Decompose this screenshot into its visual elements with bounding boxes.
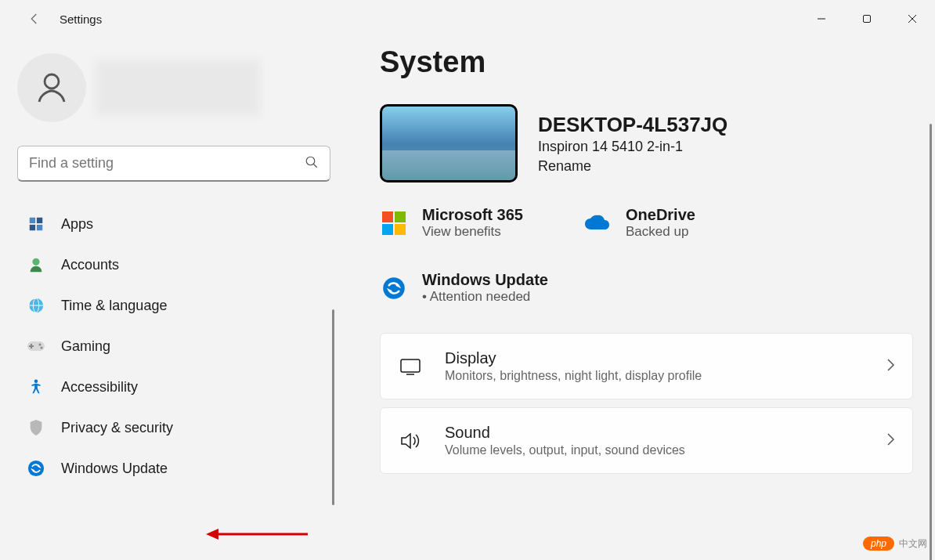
sidebar-item-label: Privacy & security: [61, 420, 173, 436]
watermark-pill: php: [863, 537, 894, 551]
main-scrollbar[interactable]: [930, 124, 932, 560]
sidebar: Apps Accounts Time & language: [0, 38, 348, 560]
status-subtitle: Attention needed: [422, 289, 548, 305]
watermark-text: 中文网: [899, 537, 927, 551]
minimize-button[interactable]: [799, 3, 844, 34]
back-button[interactable]: [19, 3, 50, 34]
close-icon: [908, 14, 917, 23]
sidebar-item-label: Accounts: [61, 257, 119, 273]
card-subtitle: Volume levels, output, input, sound devi…: [445, 443, 864, 457]
search-icon: [305, 155, 319, 172]
status-title: Windows Update: [422, 271, 548, 289]
search-container: [17, 146, 331, 182]
sidebar-item-label: Windows Update: [61, 461, 168, 477]
accessibility-icon: [27, 378, 45, 396]
nav-list: Apps Accounts Time & language: [17, 204, 331, 489]
titlebar: Settings: [0, 0, 935, 38]
svg-rect-10: [37, 225, 42, 230]
card-title: Sound: [445, 424, 864, 442]
status-title: Microsoft 365: [422, 206, 523, 224]
svg-point-11: [32, 258, 39, 266]
maximize-button[interactable]: [844, 3, 890, 34]
sidebar-item-privacy-security[interactable]: Privacy & security: [17, 407, 331, 448]
chevron-right-icon: [886, 432, 895, 450]
time-language-icon: [27, 296, 45, 315]
microsoft-logo-icon: [380, 209, 408, 237]
accounts-icon: [27, 255, 45, 274]
svg-rect-22: [401, 359, 420, 372]
display-icon: [398, 358, 423, 375]
page-title: System: [380, 45, 913, 79]
rename-link[interactable]: Rename: [538, 158, 727, 175]
update-icon: [380, 274, 408, 302]
svg-rect-7: [30, 218, 35, 223]
svg-point-21: [383, 277, 405, 299]
profile-section[interactable]: [17, 53, 331, 122]
sidebar-item-label: Accessibility: [61, 379, 138, 396]
update-icon: [27, 459, 45, 478]
back-arrow-icon: [27, 12, 42, 26]
gaming-icon: [27, 337, 45, 356]
svg-rect-8: [37, 218, 42, 223]
card-subtitle: Monitors, brightness, night light, displ…: [445, 369, 864, 383]
status-onedrive[interactable]: OneDrive Backed up: [583, 206, 740, 240]
profile-info-redacted: [96, 60, 260, 115]
svg-point-19: [34, 379, 38, 383]
sidebar-item-apps[interactable]: Apps: [17, 204, 331, 244]
device-section: DESKTOP-4L537JQ Inspiron 14 5410 2-in-1 …: [380, 104, 913, 182]
window-title: Settings: [60, 13, 102, 26]
close-button[interactable]: [890, 3, 935, 34]
search-input[interactable]: [17, 146, 330, 182]
device-wallpaper-thumbnail[interactable]: [380, 104, 518, 182]
chevron-right-icon: [886, 358, 895, 375]
settings-cards: Display Monitors, brightness, night ligh…: [380, 333, 913, 474]
svg-rect-9: [30, 225, 35, 230]
sidebar-item-accessibility[interactable]: Accessibility: [17, 367, 331, 407]
main-content: System DESKTOP-4L537JQ Inspiron 14 5410 …: [348, 38, 935, 560]
card-title: Display: [445, 349, 864, 367]
sidebar-scrollbar[interactable]: [332, 309, 334, 505]
sound-icon: [398, 432, 423, 450]
svg-point-5: [306, 157, 315, 165]
device-name: DESKTOP-4L537JQ: [538, 113, 727, 137]
status-windows-update[interactable]: Windows Update Attention needed: [380, 271, 913, 305]
card-sound[interactable]: Sound Volume levels, output, input, soun…: [380, 407, 913, 474]
person-icon: [33, 69, 70, 107]
sidebar-item-gaming[interactable]: Gaming: [17, 326, 331, 367]
status-subtitle: View benefits: [422, 224, 523, 240]
watermark: php 中文网: [863, 537, 927, 551]
sidebar-item-accounts[interactable]: Accounts: [17, 244, 331, 285]
svg-point-15: [39, 344, 42, 346]
shield-icon: [27, 418, 45, 437]
sidebar-item-label: Time & language: [61, 298, 167, 314]
status-title: OneDrive: [626, 206, 695, 224]
status-grid: Microsoft 365 View benefits OneDrive Bac…: [380, 206, 913, 305]
status-subtitle: Backed up: [626, 224, 695, 240]
sidebar-item-time-language[interactable]: Time & language: [17, 285, 331, 326]
card-display[interactable]: Display Monitors, brightness, night ligh…: [380, 333, 913, 399]
apps-icon: [27, 215, 45, 233]
sidebar-item-label: Apps: [61, 216, 93, 233]
svg-rect-1: [864, 16, 871, 23]
avatar: [17, 53, 86, 122]
onedrive-icon: [583, 209, 612, 237]
sidebar-item-windows-update[interactable]: Windows Update: [17, 448, 331, 489]
sidebar-item-label: Gaming: [61, 338, 110, 355]
status-microsoft-365[interactable]: Microsoft 365 View benefits: [380, 206, 536, 240]
svg-point-4: [45, 74, 59, 89]
svg-point-20: [28, 461, 44, 476]
svg-line-6: [313, 164, 317, 168]
device-model: Inspiron 14 5410 2-in-1: [538, 139, 727, 155]
maximize-icon: [862, 14, 872, 23]
svg-point-16: [41, 347, 43, 349]
minimize-icon: [817, 14, 826, 23]
window-controls: [799, 3, 935, 34]
